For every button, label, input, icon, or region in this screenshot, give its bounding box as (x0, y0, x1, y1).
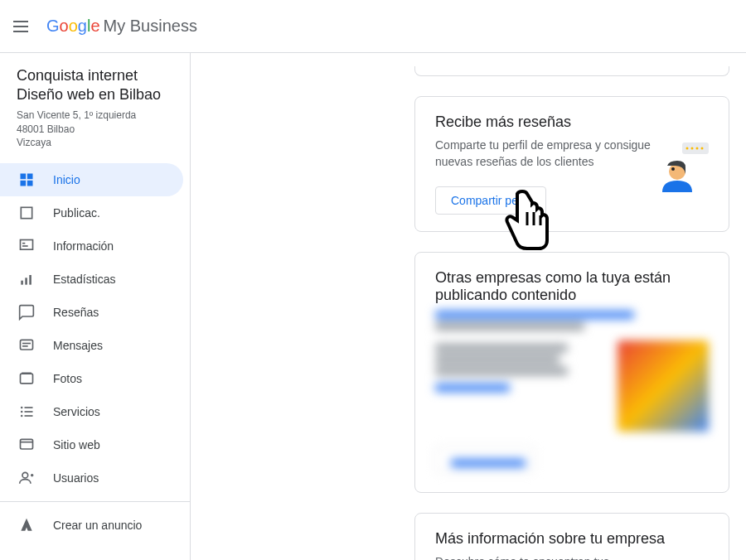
post-icon (17, 203, 36, 223)
ads-icon (17, 515, 36, 535)
svg-rect-6 (22, 243, 25, 244)
nav-users[interactable]: Usuarios (0, 461, 183, 495)
header: Google My Business (0, 0, 746, 53)
nav-label: Estadísticas (53, 273, 115, 286)
card-text: Descubre cómo te encuentran tus clientes… (435, 554, 651, 560)
card-title: Otras empresas como la tuya están public… (435, 269, 709, 304)
photos-icon (17, 369, 36, 389)
nav-insights[interactable]: Estadísticas (0, 263, 183, 296)
svg-point-33 (671, 167, 675, 171)
svg-rect-4 (21, 208, 31, 219)
svg-point-30 (696, 147, 699, 150)
nav-home[interactable]: Inicio (0, 163, 183, 196)
list-icon (17, 402, 36, 422)
messages-icon (17, 336, 36, 355)
business-address-3: Vizcaya (0, 136, 190, 150)
svg-point-24 (22, 473, 28, 479)
business-address-2: 48001 Bilbao (0, 123, 190, 137)
website-icon (17, 435, 36, 455)
nav-messages[interactable]: Mensajes (0, 329, 183, 362)
analytics-icon (17, 269, 36, 289)
nav-label: Reseñas (53, 306, 99, 319)
svg-rect-20 (25, 411, 33, 413)
avatar-illustration (659, 142, 709, 195)
share-profile-button[interactable]: Compartir perfil (435, 186, 546, 215)
google-logo[interactable]: Google My Business (46, 17, 197, 36)
nav: Inicio Publicac. Información Estadística… (0, 163, 190, 542)
menu-icon[interactable] (13, 17, 33, 36)
svg-point-17 (21, 411, 23, 413)
svg-rect-8 (21, 281, 23, 285)
dashboard-icon (17, 170, 36, 190)
svg-rect-21 (25, 415, 33, 417)
nav-create-ad[interactable]: Crear un anuncio (0, 509, 183, 542)
svg-point-29 (691, 147, 694, 150)
nav-info[interactable]: Información (0, 229, 183, 263)
nav-label: Publicac. (53, 206, 100, 220)
card-more-info: Más información sobre tu empresa Descubr… (414, 513, 729, 560)
nav-label: Inicio (53, 173, 80, 186)
svg-rect-14 (21, 374, 33, 384)
card-other-businesses: Otras empresas como la tuya están public… (414, 252, 729, 493)
nav-label: Usuarios (53, 471, 99, 485)
info-icon (17, 236, 36, 256)
svg-point-18 (21, 415, 23, 418)
nav-label: Información (53, 239, 114, 253)
nav-label: Servicios (53, 405, 100, 418)
card-partial-top (414, 66, 729, 76)
business-name: Conquista internet Diseño web en Bilbao (0, 66, 190, 109)
svg-rect-0 (21, 174, 27, 180)
svg-rect-9 (25, 278, 27, 285)
svg-rect-3 (27, 181, 33, 186)
card-title: Más información sobre tu empresa (435, 530, 709, 548)
blurred-content (435, 311, 709, 476)
svg-point-31 (701, 147, 704, 150)
nav-photos[interactable]: Fotos (0, 362, 183, 395)
svg-point-28 (686, 147, 689, 150)
svg-rect-5 (21, 240, 33, 250)
svg-rect-2 (21, 181, 27, 186)
svg-rect-19 (25, 407, 33, 408)
sidebar: Conquista internet Diseño web en Bilbao … (0, 53, 191, 560)
nav-posts[interactable]: Publicac. (0, 196, 183, 229)
nav-website[interactable]: Sitio web (0, 428, 183, 461)
nav-services[interactable]: Servicios (0, 395, 183, 428)
main-content: Recibe más reseñas Comparte tu perfil de… (191, 53, 746, 560)
nav-reviews[interactable]: Reseñas (0, 296, 183, 329)
svg-rect-15 (22, 373, 31, 374)
svg-rect-1 (27, 174, 33, 180)
nav-label: Mensajes (53, 339, 103, 352)
svg-rect-7 (22, 245, 28, 247)
svg-rect-22 (21, 440, 33, 450)
card-title: Recibe más reseñas (435, 113, 709, 131)
svg-rect-11 (21, 340, 33, 350)
nav-label: Sitio web (53, 438, 100, 451)
nav-divider (0, 501, 190, 502)
users-icon (17, 468, 36, 488)
nav-label: Fotos (53, 372, 82, 385)
reviews-icon (17, 302, 36, 322)
nav-label: Crear un anuncio (53, 519, 142, 532)
product-name: My Business (104, 17, 197, 36)
svg-point-16 (21, 407, 23, 409)
business-address-1: San Vicente 5, 1º izquierda (0, 109, 190, 123)
svg-rect-10 (29, 275, 31, 285)
card-text: Comparte tu perfil de empresa y consigue… (435, 138, 651, 170)
card-reviews: Recibe más reseñas Comparte tu perfil de… (414, 96, 729, 232)
